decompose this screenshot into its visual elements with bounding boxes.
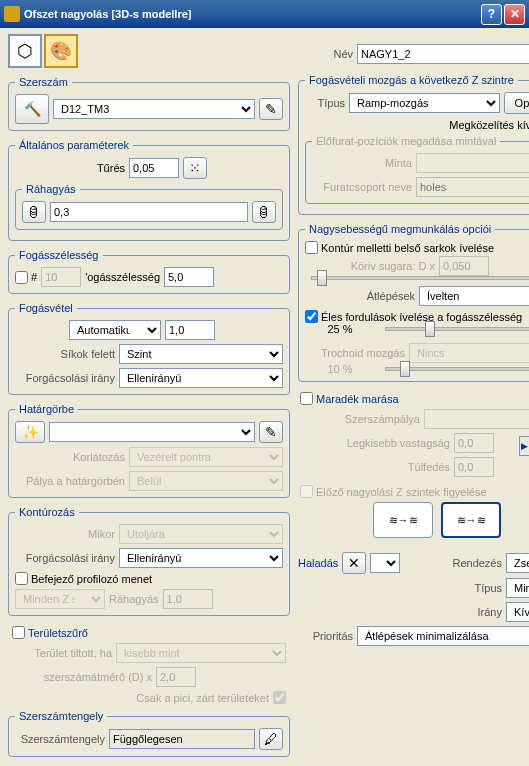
help-button[interactable]: ?: [481, 4, 502, 25]
arc-radius-input: [439, 256, 489, 276]
boundary-select[interactable]: [49, 422, 255, 442]
mode-icon-2[interactable]: 🎨: [44, 34, 78, 68]
allowance-button[interactable]: 🛢: [252, 201, 276, 223]
min-thick-input: [454, 433, 494, 453]
hash-input: [41, 267, 81, 287]
allowance-icon[interactable]: 🛢: [22, 201, 46, 223]
cut-dir-label: Forgácsolási irány: [15, 372, 115, 384]
finish-profile-check[interactable]: [15, 572, 28, 585]
stepover-label: 'ogásszélesség: [85, 271, 160, 283]
z-mode-2[interactable]: ≋→≋: [441, 502, 501, 538]
boundary-group: Határgörbe ✨ ✎ Korlátozás Vezérelt pontr…: [8, 403, 290, 498]
stepdown-mode-select[interactable]: Automatikus: [69, 320, 161, 340]
tool-axis-group: Szerszámtengely Szerszámtengely 🖊: [8, 710, 290, 757]
prev-z-check: [300, 485, 313, 498]
every-z-select: Minden Z szir: [15, 589, 105, 609]
stepover-input[interactable]: [164, 267, 214, 287]
trochoid-select: Nincs: [409, 343, 529, 363]
cont-allow-input: [163, 589, 213, 609]
name-label: Név: [298, 48, 353, 60]
progress-label: Haladás: [298, 557, 338, 569]
general-params-group: Általános paraméterek Tűrés ⁙ Ráhagyás 🛢…: [8, 139, 290, 241]
axis-button[interactable]: 🖊: [259, 728, 283, 750]
plunge-group: Fogásvételi mozgás a következő Z szintre…: [298, 74, 529, 215]
when-select: Utoljára: [119, 524, 283, 544]
axis-input: [109, 729, 255, 749]
z-mode-1[interactable]: ≋→≋: [373, 502, 433, 538]
allowance-group: Ráhagyás 🛢 🛢: [15, 183, 283, 230]
boundary-edit-icon[interactable]: ✎: [259, 421, 283, 443]
close-button[interactable]: ✕: [504, 4, 525, 25]
path-select: Belül: [129, 471, 283, 491]
progress-icon-1[interactable]: ✕: [342, 552, 366, 574]
cont-dir-select[interactable]: Ellenirányú: [119, 548, 283, 568]
planes-label: Síkok felett: [15, 348, 115, 360]
tolerance-label: Tűrés: [15, 162, 125, 174]
tool-icon[interactable]: 🔨: [15, 94, 49, 124]
contouring-group: Kontúrozás Mikor Utoljára Forgácsolási i…: [8, 506, 290, 616]
plunge-type-select[interactable]: Ramp-mozgás: [349, 93, 500, 113]
area-filter-check[interactable]: [12, 626, 25, 639]
cut-dir-select[interactable]: Ellenirányú: [119, 368, 283, 388]
rest-mill-check[interactable]: [300, 392, 313, 405]
progress-select[interactable]: [370, 553, 400, 573]
side-expand-tab[interactable]: ▶: [519, 436, 529, 456]
window-title: Ofszet nagyolás [3D-s modellre]: [24, 8, 479, 20]
mode-icon-1[interactable]: ⬡: [8, 34, 42, 68]
tool-edit-button[interactable]: ✎: [259, 98, 283, 120]
pattern-select: [416, 153, 529, 173]
tolerance-input[interactable]: [129, 158, 179, 178]
arc-slider: [311, 276, 529, 280]
limit-select: Vezérelt pontra: [129, 447, 283, 467]
app-icon: [4, 6, 20, 22]
name-input[interactable]: [357, 44, 529, 64]
planes-select[interactable]: Szint: [119, 344, 283, 364]
stepover-group: Fogásszélesség # 'ogásszélesség: [8, 249, 290, 294]
only-small-check: [273, 691, 286, 704]
stepdown-group: Fogásvétel Automatikus Síkok felett Szin…: [8, 302, 290, 395]
dir-select[interactable]: Kívülről be: [506, 602, 529, 622]
tool-group: Szerszám 🔨 D12_TM3 ✎: [8, 76, 290, 131]
corner-arc-check[interactable]: [305, 241, 318, 254]
hash-check[interactable]: [15, 271, 28, 284]
tolerance-button[interactable]: ⁙: [183, 157, 207, 179]
tool-select[interactable]: D12_TM3: [53, 99, 255, 119]
sharp-slider[interactable]: [385, 327, 529, 331]
predrill-group: Előfurat-pozíciók megadása mintával Mint…: [305, 135, 529, 204]
hsm-group: Nagysebességű megmunkálás opciói Kontúr …: [298, 223, 529, 382]
titlebar: Ofszet nagyolás [3D-s modellre] ? ✕: [0, 0, 529, 28]
area-cond-select: kisebb mint: [116, 643, 286, 663]
stepover-link-select[interactable]: Ívelten: [419, 286, 529, 306]
options-button[interactable]: Opciók...: [504, 92, 529, 114]
type-select[interactable]: Mind: [506, 578, 529, 598]
priority-select[interactable]: Átlépések minimalizálása: [357, 626, 529, 646]
trochoid-slider: [385, 367, 529, 371]
allowance-input[interactable]: [50, 202, 248, 222]
stepdown-value[interactable]: [165, 320, 215, 340]
diam-mult-input: [156, 667, 196, 687]
toolpath-select: [424, 409, 529, 429]
sharp-turn-check[interactable]: [305, 310, 318, 323]
overlap-input: [454, 457, 494, 477]
boundary-pick-icon[interactable]: ✨: [15, 421, 45, 443]
sort-select[interactable]: Zseb: [506, 553, 529, 573]
holes-input: [416, 177, 529, 197]
